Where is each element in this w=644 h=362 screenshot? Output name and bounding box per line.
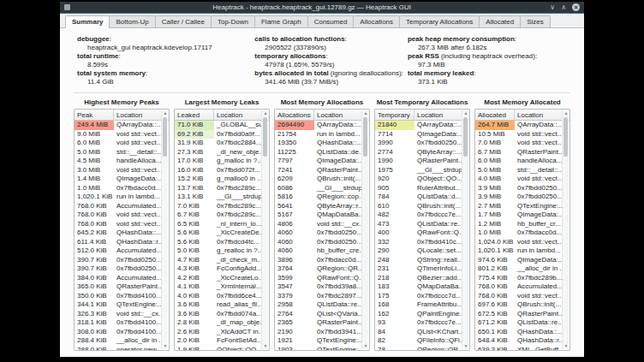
table-row[interactable]: 7241 QRasterPaint...	[275, 166, 361, 175]
table-row[interactable]: 1,020.1 KiB run in lambd...	[75, 193, 161, 202]
table-row[interactable]: 1921 QTextEngine:...	[275, 336, 361, 346]
table-row[interactable]: 332 0x7fbdd410c...	[375, 238, 462, 247]
table-row[interactable]: 6086 __GI___strdup...	[275, 184, 361, 193]
tab-consumed[interactable]: Consumed	[307, 15, 355, 27]
tab-summary[interactable]: Summary	[65, 15, 110, 28]
table-row[interactable]: 6.5 KiB _nl_intern_lo...	[175, 220, 261, 229]
table-row[interactable]: 2764 QList<QVaria...	[275, 310, 361, 319]
vertical-scrollbar[interactable]: ▲ ▼	[161, 110, 168, 349]
table-row[interactable]: 6.0 MiB handleAlloca...	[475, 157, 562, 166]
table-row[interactable]: 6.0 MiB void std::vect...	[75, 139, 161, 148]
scroll-down-icon[interactable]: ▼	[362, 343, 369, 349]
vertical-scrollbar[interactable]: ▲ ▼	[361, 110, 368, 349]
table-row[interactable]: 249.4 MiB QArrayData::...	[75, 121, 161, 130]
table-row[interactable]: 350.0 KiB 0x7fbdd4100...	[75, 292, 161, 301]
table-row[interactable]: 4.0 KiB 0x7fbdd6ce4...	[175, 292, 261, 301]
table-row[interactable]: 3.0 MiB void std::vect...	[75, 166, 161, 175]
table-row[interactable]: 5.6 KiB _XlcCreateDe...	[175, 228, 261, 238]
table-row[interactable]: 974.6 KiB QImageData:...	[475, 256, 562, 265]
table-row[interactable]: 672.5 KiB QRasterPaint...	[475, 310, 562, 319]
scroll-down-icon[interactable]: ▼	[563, 343, 569, 349]
table-row[interactable]: 3.6 KiB read_alias_fil...	[175, 300, 261, 310]
table-row[interactable]: 384.0 KiB Accumulated...	[75, 274, 161, 283]
close-button[interactable]: ×	[572, 3, 580, 11]
table-row[interactable]: 344.1 KiB QTextEngine:...	[75, 300, 161, 310]
table-row[interactable]: 3547 0x7fbdd39a8...	[275, 282, 361, 292]
column-header-allocated[interactable]: Allocated	[475, 110, 515, 120]
table-row[interactable]: 78 QRegion::QR...	[375, 346, 462, 351]
table-row[interactable]: 84 QList<KChart...	[375, 328, 462, 337]
scrollbar-thumb[interactable]	[564, 117, 568, 157]
table-row[interactable]: 93 0x7fbdccc7e...	[375, 318, 462, 328]
scroll-down-icon[interactable]: ▼	[162, 343, 169, 349]
table-row[interactable]: 6.7 MiB QRasterPaint...	[475, 148, 562, 157]
table-row[interactable]: 288.0 KiB operator new...	[75, 346, 161, 351]
table-row[interactable]: 4060 0x7fbdd0250...	[275, 238, 361, 247]
table-row[interactable]: 390.7 KiB 0x7fbdd0250...	[75, 256, 161, 265]
table-row[interactable]: 7.0 MiB void std::vect...	[475, 139, 562, 148]
table-row[interactable]: 31.9 KiB 0x7fbdc2884...	[175, 139, 261, 148]
table-row[interactable]: 1,024.0 KiB void std::vect...	[475, 238, 562, 247]
titlebar[interactable]: Heaptrack - heaptrack.heaptrack_gui.1278…	[60, 2, 584, 14]
table-row[interactable]: 1990 QRasterPaint...	[375, 157, 462, 166]
table-row[interactable]: 175 0x7fbdccc7d...	[375, 292, 462, 301]
column-header-location[interactable]: Location	[114, 110, 161, 120]
table-row[interactable]: 2365 QRasterPaint...	[275, 318, 361, 328]
column-header-location[interactable]: Location	[214, 110, 261, 120]
table-row[interactable]: 218 QBezier::add...	[375, 274, 462, 283]
scrollbar-thumb[interactable]	[163, 117, 167, 157]
table-row[interactable]: 1.0 MiB 0x7fbdacc0d...	[475, 228, 562, 238]
table-row[interactable]: 482 0x7fbdccc7e...	[375, 211, 462, 220]
table-row[interactable]: 82 QFileInfo::QFi...	[375, 336, 462, 346]
table-row[interactable]: 5.6 KiB 0x7fbdcd4fc...	[175, 238, 261, 247]
tab-bottom-up[interactable]: Bottom-Up	[109, 15, 155, 27]
table-row[interactable]: 5.0 KiB g_realloc in ?...	[175, 246, 261, 256]
table-row[interactable]: 4.3 KiB FcConfigAdd...	[175, 264, 261, 274]
table-row[interactable]: 3599 QRawFont::Q...	[275, 274, 361, 283]
table-row[interactable]: 1.9 KiB QObject::QO...	[175, 346, 261, 351]
table-row[interactable]: 768.0 KiB Accumulated...	[475, 282, 562, 292]
scrollbar-thumb[interactable]	[363, 117, 367, 157]
tab-temporary-allocations[interactable]: Temporary Allocations	[399, 15, 480, 27]
table-row[interactable]: 21754 run in lambd...	[275, 130, 361, 139]
table-row[interactable]: 4.2 KiB _XlcCreateLo...	[175, 274, 261, 283]
scroll-up-icon[interactable]: ▲	[563, 110, 569, 116]
table-row[interactable]: 6209 QBrush::init(...	[275, 175, 361, 184]
table-row[interactable]: 69.2 KiB 0x7fbdd0a9f...	[175, 130, 261, 139]
table-row[interactable]: 3.9 MiB 0x7fbdd0250...	[475, 184, 562, 193]
column-header-location[interactable]: Location	[414, 110, 462, 120]
table-row[interactable]: 3.9 MiB 0x7fbdd0250...	[475, 193, 562, 202]
table-row[interactable]: 231 QTimerInfoLi...	[375, 264, 462, 274]
vertical-scrollbar[interactable]: ▲ ▼	[261, 110, 268, 349]
tab-allocations[interactable]: Allocations	[353, 15, 400, 27]
column-header-leaked[interactable]: Leaked	[175, 110, 214, 120]
table-row[interactable]: 645.2 KiB QHashData::...	[75, 228, 161, 238]
table-row[interactable]: 1.4 MiB QImageData:...	[75, 175, 161, 184]
table-row[interactable]: 288.4 KiB __alloc_dir in ...	[75, 336, 161, 346]
vertical-scrollbar[interactable]: ▲ ▼	[462, 110, 468, 349]
table-row[interactable]: 3990 0x7fbdd0250...	[375, 139, 462, 148]
tab-top-down[interactable]: Top-Down	[211, 15, 255, 27]
scroll-down-icon[interactable]: ▼	[462, 343, 469, 349]
scrollbar-thumb[interactable]	[463, 117, 468, 157]
table-row[interactable]: 2.0 KiB FcFontSetAd...	[175, 336, 261, 346]
table-row[interactable]: 290 QLocale::set...	[375, 246, 462, 256]
table-row[interactable]: 1903 QTextEngine:...	[275, 346, 361, 351]
table-row[interactable]: 650.1 KiB QHashData::...	[475, 328, 562, 337]
table-row[interactable]: 1.0 MiB 0x7fbdacc0d...	[75, 184, 161, 193]
scroll-up-icon[interactable]: ▲	[462, 110, 469, 116]
table-row[interactable]: 248 QString::reall...	[375, 256, 462, 265]
table-row[interactable]: 4.0 MiB void std::vect...	[475, 175, 562, 184]
table-row[interactable]: 2774 QByteArray::...	[375, 148, 462, 157]
tab-caller-callee[interactable]: Caller / Callee	[155, 15, 212, 27]
table-row[interactable]: 4.5 MiB handleAlloca...	[75, 157, 161, 166]
table-row[interactable]: 775.4 KiB 0x7fbdc289b...	[475, 274, 562, 283]
table-row[interactable]: 5641 QByteArray::r...	[275, 202, 361, 211]
table-row[interactable]: 7.0 KiB 0x7fbdc289c...	[175, 202, 261, 211]
column-header-location[interactable]: Location	[314, 110, 361, 120]
table-row[interactable]: 2958 QListData::re...	[275, 300, 361, 310]
scroll-up-icon[interactable]: ▲	[262, 110, 269, 116]
column-header-peak[interactable]: Peak	[75, 110, 114, 120]
scrollbar-thumb[interactable]	[263, 117, 267, 157]
table-row[interactable]: 2.6 KiB _XlcAddCT in...	[175, 328, 261, 337]
